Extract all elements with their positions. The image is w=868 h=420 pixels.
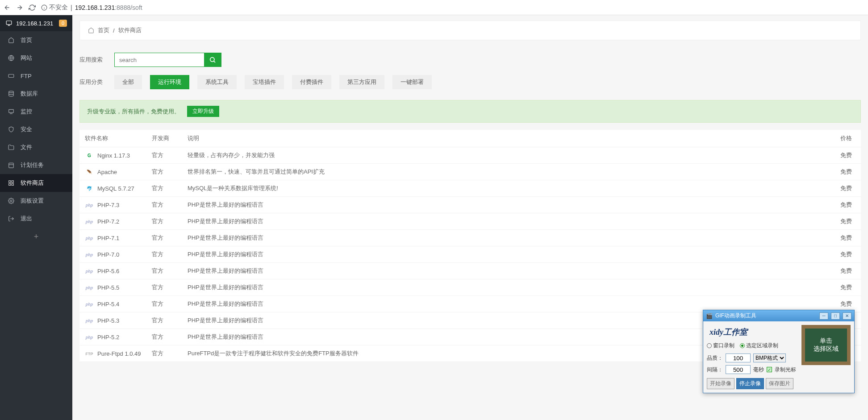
upgrade-button[interactable]: 立即升级 — [187, 106, 219, 117]
radio-region-record[interactable]: 选定区域录制 — [740, 342, 778, 349]
sidebar-item-calendar[interactable]: 计划任务 — [0, 156, 72, 174]
info-icon — [41, 4, 47, 11]
software-desc: MySQL是一种关系数据库管理系统! — [182, 180, 825, 197]
table-row[interactable]: phpPHP-7.2官方PHP是世界上最好的编程语言免费 — [79, 213, 861, 230]
recorder-titlebar[interactable]: 🎬 GIF动画录制工具 ─ □ ✕ — [703, 310, 854, 321]
col-price: 价格 — [825, 130, 861, 147]
monitor-icon — [8, 108, 15, 115]
software-dev: 官方 — [146, 230, 182, 246]
nginx-icon: G — [85, 152, 94, 159]
category-button[interactable]: 第三方应用 — [339, 75, 384, 89]
software-dev: 官方 — [146, 345, 182, 362]
sidebar-item-label: 首页 — [21, 36, 32, 44]
php-icon: php — [85, 317, 94, 324]
server-ip: 192.168.1.231 — [16, 20, 53, 27]
sidebar-item-folder[interactable]: 文件 — [0, 138, 72, 156]
svg-point-19 — [10, 200, 12, 202]
software-name: PHP-5.4 — [97, 301, 119, 308]
maximize-icon[interactable]: □ — [831, 312, 840, 320]
search-input[interactable] — [115, 53, 204, 67]
table-row[interactable]: 🪶Apache官方世界排名第一，快速、可靠并且可通过简单的API扩充免费 — [79, 164, 861, 180]
software-price: 免费 — [825, 197, 861, 213]
php-icon: php — [85, 300, 94, 308]
software-name: PHP-5.2 — [97, 334, 119, 341]
address-bar[interactable]: 不安全 | 192.168.1.231:8888/soft — [41, 4, 142, 12]
table-row[interactable]: phpPHP-5.6官方PHP是世界上最好的编程语言免费 — [79, 263, 861, 279]
svg-point-10 — [9, 91, 14, 93]
sidebar-item-label: 软件商店 — [21, 179, 44, 187]
back-icon[interactable] — [4, 4, 11, 11]
select-region-button[interactable]: 单击 选择区域 — [801, 325, 851, 365]
category-button[interactable]: 付费插件 — [292, 75, 331, 89]
php-icon: php — [85, 201, 94, 208]
notification-badge[interactable]: 0 — [59, 20, 67, 27]
software-name: Apache — [97, 169, 117, 175]
sidebar-item-label: 网站 — [21, 54, 32, 62]
ftp-icon — [8, 73, 15, 79]
cursor-label: 录制光标 — [775, 366, 796, 374]
software-name: PHP-7.3 — [97, 202, 119, 208]
table-row[interactable]: 🐬MySQL 5.7.27官方MySQL是一种关系数据库管理系统!免费 — [79, 180, 861, 197]
category-button[interactable]: 系统工具 — [197, 75, 237, 89]
software-dev: 官方 — [146, 147, 182, 164]
breadcrumb: 首页 / 软件商店 — [79, 21, 861, 40]
sidebar-item-database[interactable]: 数据库 — [0, 85, 72, 103]
category-button[interactable]: 运行环境 — [150, 75, 189, 89]
software-price: 免费 — [825, 213, 861, 230]
monitor-icon — [5, 20, 13, 26]
quality-label: 品质： — [707, 354, 723, 362]
col-name: 软件名称 — [79, 130, 146, 147]
software-name: MySQL 5.7.27 — [97, 185, 134, 192]
table-row[interactable]: phpPHP-5.5官方PHP是世界上最好的编程语言免费 — [79, 279, 861, 296]
software-price: 免费 — [825, 164, 861, 180]
sidebar-item-exit[interactable]: 退出 — [0, 210, 72, 228]
php-icon: php — [85, 218, 94, 225]
minimize-icon[interactable]: ─ — [819, 312, 828, 320]
category-button[interactable]: 宝塔插件 — [245, 75, 284, 89]
close-icon[interactable]: ✕ — [843, 312, 851, 320]
category-button[interactable]: 一键部署 — [392, 75, 432, 89]
sidebar-item-grid[interactable]: 软件商店 — [0, 174, 72, 192]
software-desc: PHP是世界上最好的编程语言 — [182, 197, 825, 213]
forward-icon[interactable] — [16, 4, 23, 11]
interval-input[interactable] — [726, 365, 751, 374]
table-row[interactable]: GNginx 1.17.3官方轻量级，占有内存少，并发能力强免费 — [79, 147, 861, 164]
gif-recorder-window[interactable]: 🎬 GIF动画录制工具 ─ □ ✕ xidy工作室 窗口录制 选定区域录制 品质… — [703, 310, 855, 393]
software-dev: 官方 — [146, 180, 182, 197]
search-label: 应用搜索 — [79, 56, 106, 64]
software-desc: PHP是世界上最好的编程语言 — [182, 230, 825, 246]
add-menu-button[interactable]: + — [0, 228, 72, 245]
software-dev: 官方 — [146, 197, 182, 213]
sidebar-item-monitor[interactable]: 监控 — [0, 103, 72, 121]
category-button[interactable]: 全部 — [114, 75, 142, 89]
svg-rect-11 — [9, 109, 14, 112]
radio-window-record[interactable]: 窗口录制 — [707, 342, 734, 349]
php-icon: php — [85, 284, 94, 291]
software-price: 免费 — [825, 180, 861, 197]
sidebar-item-globe[interactable]: 网站 — [0, 49, 72, 67]
software-dev: 官方 — [146, 164, 182, 180]
table-row[interactable]: phpPHP-7.3官方PHP是世界上最好的编程语言免费 — [79, 197, 861, 213]
grid-icon — [8, 180, 15, 186]
software-dev: 官方 — [146, 263, 182, 279]
svg-rect-3 — [6, 21, 12, 25]
software-dev: 官方 — [146, 213, 182, 230]
col-desc: 说明 — [182, 130, 825, 147]
sidebar-item-home[interactable]: 首页 — [0, 31, 72, 49]
software-desc: 世界排名第一，快速、可靠并且可通过简单的API扩充 — [182, 164, 825, 180]
breadcrumb-home[interactable]: 首页 — [98, 26, 109, 34]
table-row[interactable]: phpPHP-7.1官方PHP是世界上最好的编程语言免费 — [79, 230, 861, 246]
software-name: PHP-7.1 — [97, 235, 119, 241]
stop-record-button[interactable]: 停止录像 — [736, 378, 764, 389]
format-select[interactable]: BMP格式 — [753, 353, 786, 362]
reload-icon[interactable] — [29, 4, 36, 11]
quality-input[interactable] — [726, 353, 751, 362]
sidebar-item-shield[interactable]: 安全 — [0, 121, 72, 138]
cursor-checkbox[interactable]: ✓ — [767, 367, 772, 372]
sidebar-item-gear[interactable]: 面板设置 — [0, 192, 72, 210]
table-row[interactable]: phpPHP-7.0官方PHP是世界上最好的编程语言免费 — [79, 246, 861, 263]
sidebar-item-ftp[interactable]: FTP — [0, 67, 72, 85]
save-image-button[interactable]: 保存图片 — [766, 378, 793, 389]
search-button[interactable] — [204, 53, 221, 67]
start-record-button[interactable]: 开始录像 — [707, 378, 734, 389]
